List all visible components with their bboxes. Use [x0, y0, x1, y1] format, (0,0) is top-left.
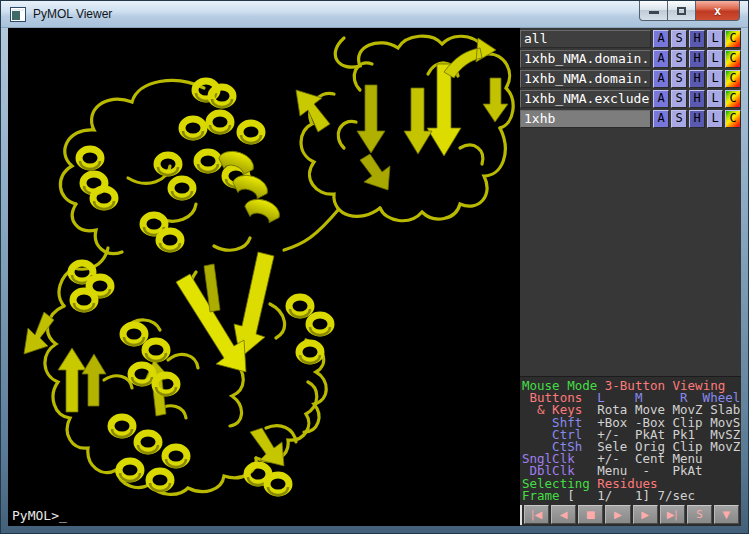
object-name[interactable]: 1xhb_NMA.domain.	[520, 70, 651, 88]
object-c-button[interactable]: C	[725, 50, 741, 68]
maximize-icon	[677, 7, 686, 15]
object-h-button[interactable]: H	[689, 50, 705, 68]
beta-strands	[24, 38, 508, 466]
minimize-button[interactable]	[639, 1, 668, 21]
object-a-button[interactable]: A	[653, 30, 669, 48]
play-button[interactable]: ▶	[605, 505, 630, 524]
object-row: allASHLC	[520, 30, 741, 48]
object-l-button[interactable]: L	[707, 70, 723, 88]
window-content: PyMOL>_ allASHLC1xhb_NMA.domain.ASHLC1xh…	[8, 28, 741, 526]
window-controls: x	[639, 1, 740, 21]
object-row: 1xhb_NMA.excludeASHLC	[520, 90, 741, 108]
molecule-canvas[interactable]	[8, 28, 520, 526]
object-c-button[interactable]: C	[725, 30, 741, 48]
object-row: 1xhb_NMA.domain.ASHLC	[520, 50, 741, 68]
viewport[interactable]: PyMOL>_	[8, 28, 520, 526]
object-s-button[interactable]: S	[671, 50, 687, 68]
object-c-button[interactable]: C	[725, 90, 741, 108]
object-s-button[interactable]: S	[671, 90, 687, 108]
object-c-button[interactable]: C	[725, 70, 741, 88]
object-s-button[interactable]: S	[671, 110, 687, 128]
menu-dropdown-button[interactable]: ▼	[714, 505, 739, 524]
pymol-window: PyMOL Viewer x	[0, 0, 749, 534]
object-h-button[interactable]: H	[689, 30, 705, 48]
object-a-button[interactable]: A	[653, 50, 669, 68]
object-a-button[interactable]: A	[653, 90, 669, 108]
object-row: 1xhb_NMA.domain.ASHLC	[520, 70, 741, 88]
mouse-mode-panel: Mouse Mode 3-Button Viewing Buttons L M …	[520, 376, 741, 504]
object-a-button[interactable]: A	[653, 70, 669, 88]
close-icon: x	[696, 4, 739, 18]
go-to-end-button[interactable]: ▶|	[660, 505, 685, 524]
frame-row-segment: Frame	[522, 488, 567, 503]
object-s-button[interactable]: S	[671, 30, 687, 48]
minimize-icon	[649, 11, 659, 14]
go-to-start-button[interactable]: |◀	[524, 505, 549, 524]
object-s-button[interactable]: S	[671, 70, 687, 88]
sidebar: allASHLC1xhb_NMA.domain.ASHLC1xhb_NMA.do…	[520, 28, 741, 526]
command-prompt[interactable]: PyMOL>_	[12, 508, 67, 523]
scene-s-button[interactable]: S	[687, 505, 712, 524]
object-l-button[interactable]: L	[707, 50, 723, 68]
object-l-button[interactable]: L	[707, 90, 723, 108]
app-icon	[10, 7, 26, 22]
object-row: 1xhbASHLC	[520, 110, 741, 128]
step-back-button[interactable]: ◀	[551, 505, 576, 524]
object-name[interactable]: 1xhb_NMA.exclude	[520, 90, 651, 108]
object-a-button[interactable]: A	[653, 110, 669, 128]
window-title: PyMOL Viewer	[33, 7, 112, 21]
object-list: allASHLC1xhb_NMA.domain.ASHLC1xhb_NMA.do…	[520, 28, 741, 130]
object-h-button[interactable]: H	[689, 90, 705, 108]
close-button[interactable]: x	[695, 1, 740, 21]
object-h-button[interactable]: H	[689, 110, 705, 128]
stop-button[interactable]: ■	[578, 505, 603, 524]
object-l-button[interactable]: L	[707, 110, 723, 128]
object-c-button[interactable]: C	[725, 110, 741, 128]
frame-divider	[520, 505, 522, 525]
object-name[interactable]: 1xhb_NMA.domain.	[520, 50, 651, 68]
titlebar[interactable]: PyMOL Viewer x	[1, 1, 748, 28]
step-forward-button[interactable]: ▶	[633, 505, 658, 524]
frame-row-segment: [ 1/ 1] 7/sec	[567, 488, 695, 503]
sidebar-spacer	[520, 130, 741, 376]
object-l-button[interactable]: L	[707, 30, 723, 48]
object-name[interactable]: 1xhb	[520, 110, 651, 128]
object-name[interactable]: all	[520, 30, 651, 48]
maximize-button[interactable]	[668, 1, 695, 21]
frame-row: Frame [ 1/ 1] 7/sec	[522, 490, 741, 502]
frame-controls: |◀◀■▶▶▶|S▼	[520, 504, 741, 526]
object-h-button[interactable]: H	[689, 70, 705, 88]
